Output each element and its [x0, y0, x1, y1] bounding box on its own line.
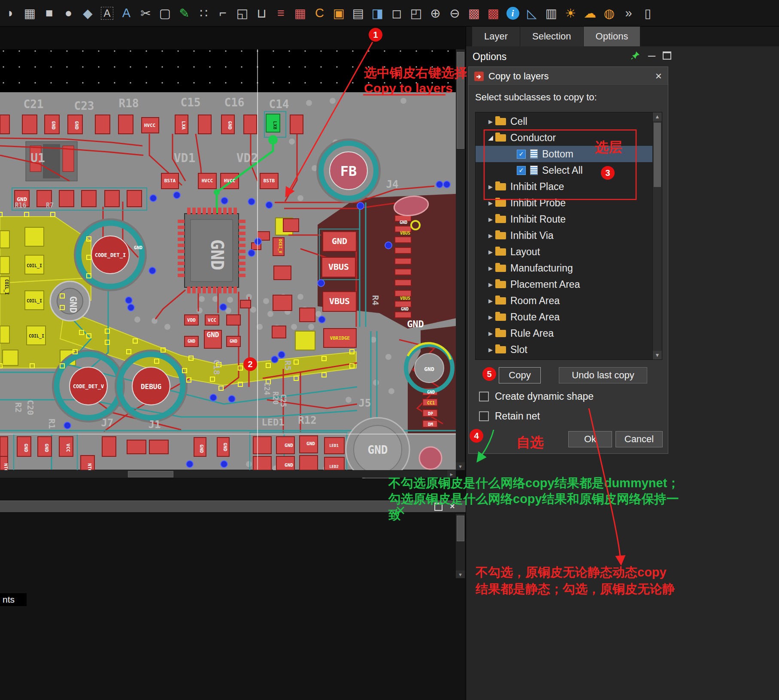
tab-selection[interactable]: Selection	[520, 27, 584, 46]
undo-last-copy-button[interactable]: Undo last copy	[559, 367, 647, 383]
tree-scrollbar[interactable]: ▲ ▼	[652, 112, 662, 359]
expander-icon[interactable]: ▶	[486, 347, 495, 353]
fill-rect-icon[interactable]: ■	[39, 3, 59, 23]
close-icon[interactable]: ×	[655, 69, 662, 83]
fill-circle-icon[interactable]: ●	[59, 3, 78, 23]
tree-item-manufacturing[interactable]: ▶Manufacturing	[476, 260, 653, 276]
tab-layer[interactable]: Layer	[472, 27, 520, 46]
expander-icon[interactable]: ▶	[486, 314, 495, 320]
subclass-tree[interactable]: ▶Cell◢Conductor✓Bottom✓Select All▶Inhibi…	[475, 112, 662, 360]
float-window-icon[interactable]	[663, 51, 671, 60]
dialog-header[interactable]: Copy to layers ×	[469, 67, 668, 86]
tree-item-inhibit-probe[interactable]: ▶Inhibit Probe	[476, 195, 653, 211]
retain-net-checkbox[interactable]	[479, 411, 489, 421]
cancel-button[interactable]: Cancel	[615, 431, 663, 447]
mesh-pink-icon[interactable]: ▩	[464, 3, 484, 23]
copy-window-icon[interactable]: ◱	[233, 3, 252, 23]
cut-icon[interactable]: ✂	[136, 3, 155, 23]
zoom-window-icon[interactable]: ◰	[406, 3, 426, 23]
cloud-icon[interactable]: ☁	[580, 3, 600, 23]
zoom-in-icon[interactable]: ⊕	[426, 3, 445, 23]
expander-icon[interactable]: ▶	[486, 249, 495, 255]
tree-item-rule-area[interactable]: ▶Rule Area	[476, 325, 653, 341]
checkbox[interactable]: ✓	[517, 166, 526, 175]
text-icon[interactable]: A	[117, 3, 136, 23]
fill-diamond-icon[interactable]: ◆	[78, 3, 97, 23]
pcb-label: VDD	[187, 317, 196, 323]
highlight-icon[interactable]: ☀	[561, 3, 580, 23]
copy-button[interactable]: Copy	[499, 367, 541, 383]
tree-item-route-area[interactable]: ▶Route Area	[476, 309, 653, 325]
tree-item-slot[interactable]: ▶Slot	[476, 341, 653, 358]
raster-window-icon[interactable]: ▤	[349, 3, 368, 23]
pcb-label: R7	[46, 202, 54, 209]
corner-path-icon[interactable]: ⌐	[213, 3, 233, 23]
expander-icon[interactable]: ▶	[486, 118, 495, 125]
dash-rect-icon[interactable]: ▢	[155, 3, 175, 23]
slope-edit-icon[interactable]: ✎	[175, 3, 194, 23]
pin-pair-icon[interactable]: ⊔	[252, 3, 271, 23]
bottom-tab[interactable]: nts	[0, 593, 27, 606]
tree-item-inhibit-route[interactable]: ▶Inhibit Route	[476, 211, 653, 227]
save-icon[interactable]: ▦	[20, 3, 39, 23]
console-divider-bar[interactable]: ×	[0, 501, 466, 512]
create-dynamic-shape-checkbox[interactable]	[479, 392, 489, 401]
canvas-vscrollbar[interactable]: ▾	[456, 49, 465, 470]
panel-edge-icon[interactable]: ▯	[638, 3, 658, 23]
console-scroll-down-icon[interactable]: ▾	[456, 570, 465, 578]
folder-icon	[495, 281, 506, 288]
zoom-out-icon[interactable]: ⊖	[445, 3, 464, 23]
expander-icon[interactable]: ▶	[486, 232, 495, 239]
tree-item-layout[interactable]: ▶Layout	[476, 244, 653, 260]
tree-item-placement-area[interactable]: ▶Placement Area	[476, 276, 653, 293]
scroll-down-icon[interactable]: ▾	[456, 462, 465, 470]
arc-tool-icon[interactable]: ◗	[1, 3, 20, 23]
expander-icon[interactable]: ▶	[486, 265, 495, 272]
minimize-icon[interactable]: ─	[648, 50, 655, 62]
pin-icon[interactable]	[631, 51, 640, 60]
tree-scroll-up-icon[interactable]: ▲	[653, 112, 662, 121]
mesh-red-icon[interactable]: ▩	[484, 3, 503, 23]
checkbox[interactable]: ✓	[517, 150, 526, 159]
module-grid-icon[interactable]: ▦	[291, 3, 310, 23]
tree-item-select-all[interactable]: ✓Select All	[476, 162, 653, 178]
console-vscrollbar[interactable]: ▾	[456, 514, 465, 578]
net-list-icon[interactable]: ≡	[271, 3, 291, 23]
close-console-icon[interactable]: ×	[450, 502, 455, 510]
web-icon[interactable]: ◍	[600, 3, 619, 23]
text-frame-icon[interactable]: A	[97, 3, 117, 23]
tree-item-conductor[interactable]: ◢Conductor	[476, 130, 653, 146]
ok-button[interactable]: Ok	[568, 431, 612, 447]
expander-icon[interactable]: ▶	[486, 281, 495, 288]
pad-target-icon[interactable]: ▣	[329, 3, 349, 23]
expander-icon[interactable]: ▶	[486, 216, 495, 223]
dots-grid-icon[interactable]: ∷	[194, 3, 213, 23]
measure-icon[interactable]: ◺	[522, 3, 542, 23]
canvas-hscrollbar[interactable]: ▸	[0, 470, 456, 478]
scroll-right-icon[interactable]: ▸	[447, 470, 456, 478]
info-icon[interactable]: i	[503, 3, 522, 23]
pcb-canvas[interactable]: C21C23R18C15C16C14U1VD1VD2J4J5J7J1LED1R1…	[0, 27, 466, 478]
pcb-label: GND	[23, 444, 29, 452]
tree-item-inhibit-via[interactable]: ▶Inhibit Via	[476, 227, 653, 244]
restore-window-icon[interactable]	[434, 503, 443, 511]
tree-item-inhibit-place[interactable]: ▶Inhibit Place	[476, 178, 653, 195]
expander-icon[interactable]: ▶	[486, 184, 495, 190]
folder-icon	[495, 346, 506, 353]
pcb-design-view[interactable]: C21C23R18C15C16C14U1VD1VD2J4J5J7J1LED1R1…	[0, 27, 456, 478]
refresh-icon[interactable]: C	[310, 3, 329, 23]
overflow-icon[interactable]: »	[619, 3, 638, 23]
expander-icon[interactable]: ◢	[486, 134, 495, 142]
tab-options[interactable]: Options	[584, 27, 641, 46]
tree-item-bottom[interactable]: ✓Bottom	[476, 146, 653, 162]
note-icon[interactable]: ▥	[542, 3, 561, 23]
dialog-subtitle: Select subclasses to copy to:	[475, 92, 597, 103]
expander-icon[interactable]: ▶	[486, 200, 495, 206]
expander-icon[interactable]: ▶	[486, 330, 495, 337]
tree-item-room-area[interactable]: ▶Room Area	[476, 293, 653, 309]
select-rect-icon[interactable]: ◻	[387, 3, 406, 23]
expander-icon[interactable]: ▶	[486, 298, 495, 304]
image-view-icon[interactable]: ◨	[368, 3, 387, 23]
tree-scroll-down-icon[interactable]: ▼	[653, 351, 662, 359]
tree-item-cell[interactable]: ▶Cell	[476, 113, 653, 130]
